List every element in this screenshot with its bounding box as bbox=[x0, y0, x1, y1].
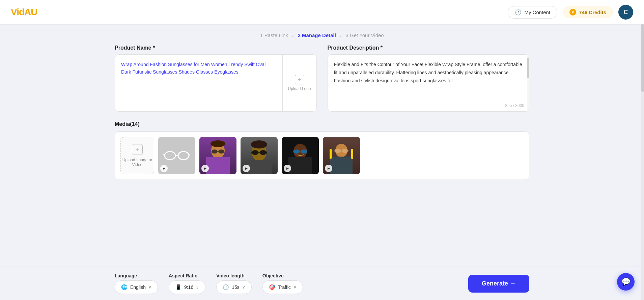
step-3[interactable]: 3 Get Your Video bbox=[346, 32, 384, 38]
svg-point-16 bbox=[251, 140, 267, 148]
media-section: Media(14) + Upload Image or Video ▶ bbox=[115, 121, 529, 180]
step-3-label: 3 Get Your Video bbox=[346, 32, 384, 38]
my-content-label: My Content bbox=[524, 9, 550, 15]
play-button-2[interactable]: ▶ bbox=[201, 165, 209, 172]
scroll-thumb bbox=[527, 58, 529, 78]
upload-logo-label: Upload Logo bbox=[288, 86, 311, 91]
video-length-select[interactable]: 🕐 15s ∨ bbox=[216, 280, 252, 294]
svg-point-24 bbox=[342, 149, 348, 153]
credits-label: 746 Credits bbox=[579, 9, 606, 15]
scrollbar-thumb bbox=[641, 24, 644, 92]
play-button-1[interactable]: ▶ bbox=[160, 165, 168, 172]
language-value: English bbox=[130, 284, 146, 290]
generate-button[interactable]: Generate → bbox=[468, 275, 529, 293]
product-description-label: Product Description * bbox=[328, 45, 530, 51]
aspect-ratio-label: Aspect Ratio bbox=[169, 273, 205, 278]
plus-icon: + bbox=[295, 75, 304, 84]
svg-rect-18 bbox=[288, 157, 312, 174]
step-arrow-2: › bbox=[340, 33, 342, 38]
my-content-button[interactable]: 🕐 My Content bbox=[508, 6, 557, 19]
aspect-ratio-value: 9:16 bbox=[184, 284, 193, 290]
objective-label: Objective bbox=[262, 273, 303, 278]
svg-point-14 bbox=[259, 150, 267, 155]
language-field: Language 🌐 English ∨ bbox=[115, 273, 158, 294]
play-button-3[interactable]: ▶ bbox=[243, 165, 250, 172]
video-length-value: 15s bbox=[232, 284, 240, 290]
bottom-bar: Language 🌐 English ∨ Aspect Ratio 📱 9:16… bbox=[0, 267, 644, 300]
aspect-ratio-select[interactable]: 📱 9:16 ∨ bbox=[169, 280, 205, 294]
page-scrollbar[interactable] bbox=[641, 24, 644, 300]
scroll-track bbox=[527, 55, 529, 111]
plus-large-icon: + bbox=[132, 144, 143, 155]
heart-icon: ♥ bbox=[569, 9, 576, 16]
play-button-5[interactable]: ▶ bbox=[325, 165, 332, 172]
chevron-down-icon-3: ∨ bbox=[242, 285, 245, 290]
phone-icon: 📱 bbox=[175, 284, 181, 290]
media-thumb-2[interactable]: ▶ bbox=[199, 137, 236, 174]
clock-icon: 🕐 bbox=[515, 9, 522, 16]
svg-rect-12 bbox=[247, 160, 272, 174]
form-row-top: Product Name * Wrap Around Fashion Sungl… bbox=[115, 45, 529, 112]
media-label: Media(14) bbox=[115, 121, 529, 127]
logo-vid: Vid bbox=[11, 7, 24, 17]
svg-point-23 bbox=[334, 149, 341, 153]
chevron-down-icon-4: ∨ bbox=[293, 285, 297, 290]
product-name-box: Wrap Around Fashion Sunglasses for Men W… bbox=[115, 54, 317, 112]
svg-point-19 bbox=[293, 149, 300, 154]
step-2[interactable]: 2 Manage Detail bbox=[298, 32, 336, 38]
svg-point-8 bbox=[218, 149, 224, 154]
target-icon: 🎯 bbox=[269, 284, 275, 290]
product-name-input[interactable]: Wrap Around Fashion Sunglasses for Men W… bbox=[115, 55, 282, 111]
stepper: 1 Paste Link › 2 Manage Detail › 3 Get Y… bbox=[0, 24, 644, 45]
chat-fab-button[interactable]: 💬 bbox=[617, 273, 635, 291]
upload-media-button[interactable]: + Upload Image or Video bbox=[120, 137, 154, 174]
svg-point-7 bbox=[212, 149, 218, 154]
objective-field: Objective 🎯 Traffic ∨ bbox=[262, 273, 303, 294]
media-thumb-5[interactable]: ▶ bbox=[323, 137, 360, 174]
product-description-input[interactable]: Flexible and Fits the Contour of Your Fa… bbox=[334, 61, 523, 85]
header-right: 🕐 My Content ♥ 746 Credits C bbox=[508, 5, 633, 20]
product-description-section: Product Description * Flexible and Fits … bbox=[328, 45, 530, 112]
svg-point-1 bbox=[178, 152, 189, 160]
credits-button[interactable]: ♥ 746 Credits bbox=[563, 6, 613, 18]
upload-logo-area[interactable]: + Upload Logo bbox=[283, 55, 316, 111]
product-name-label: Product Name * bbox=[115, 45, 317, 51]
product-name-section: Product Name * Wrap Around Fashion Sungl… bbox=[115, 45, 317, 112]
language-label: Language bbox=[115, 273, 158, 278]
svg-rect-26 bbox=[351, 149, 353, 159]
objective-value: Traffic bbox=[278, 284, 291, 290]
media-thumb-4[interactable]: ▶ bbox=[282, 137, 319, 174]
step-1[interactable]: 1 Paste Link bbox=[260, 32, 288, 38]
char-count: 895 / 3000 bbox=[505, 103, 524, 108]
svg-point-0 bbox=[165, 152, 175, 160]
upload-media-label: Upload Image or Video bbox=[122, 158, 152, 167]
media-thumb-3[interactable]: ▶ bbox=[241, 137, 278, 174]
logo[interactable]: VidAU bbox=[11, 7, 37, 18]
objective-select[interactable]: 🎯 Traffic ∨ bbox=[262, 280, 303, 294]
svg-rect-6 bbox=[206, 157, 230, 174]
chat-icon: 💬 bbox=[621, 277, 631, 286]
media-container: + Upload Image or Video ▶ bbox=[115, 131, 529, 180]
svg-point-10 bbox=[211, 140, 225, 147]
chevron-down-icon-2: ∨ bbox=[196, 285, 199, 290]
video-length-field: Video length 🕐 15s ∨ bbox=[216, 273, 252, 294]
language-select[interactable]: 🌐 English ∨ bbox=[115, 280, 158, 294]
step-1-label: 1 Paste Link bbox=[260, 32, 288, 38]
product-description-box: Flexible and Fits the Contour of Your Fa… bbox=[328, 54, 530, 112]
clock-icon-2: 🕐 bbox=[223, 284, 229, 290]
main-content: Product Name * Wrap Around Fashion Sungl… bbox=[0, 45, 644, 214]
avatar[interactable]: C bbox=[618, 5, 633, 20]
logo-au: AU bbox=[24, 7, 37, 17]
generate-label: Generate → bbox=[482, 280, 516, 287]
chevron-down-icon: ∨ bbox=[148, 285, 151, 290]
svg-point-20 bbox=[301, 149, 307, 154]
aspect-ratio-field: Aspect Ratio 📱 9:16 ∨ bbox=[169, 273, 205, 294]
media-thumb-1[interactable]: ▶ bbox=[158, 137, 195, 174]
svg-rect-22 bbox=[330, 157, 353, 174]
svg-point-13 bbox=[251, 150, 259, 155]
step-arrow-1: › bbox=[292, 33, 294, 38]
svg-rect-25 bbox=[330, 149, 332, 159]
play-button-4[interactable]: ▶ bbox=[284, 165, 291, 172]
header: VidAU 🕐 My Content ♥ 746 Credits C bbox=[0, 0, 644, 24]
thumb-1-image bbox=[163, 150, 190, 162]
